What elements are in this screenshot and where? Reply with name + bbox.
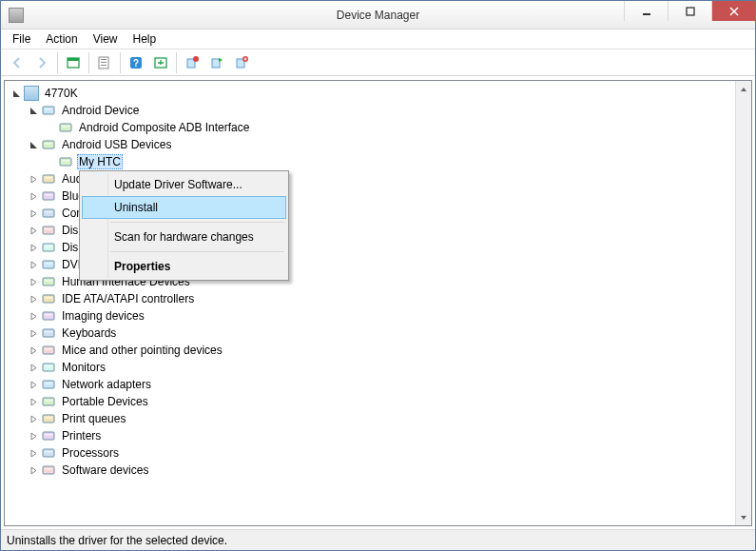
maximize-button[interactable]	[668, 1, 711, 21]
expand-icon[interactable]	[28, 379, 39, 390]
category-icon	[41, 343, 56, 358]
expand-icon[interactable]	[28, 413, 39, 424]
tree-category-label: Keyboards	[60, 326, 118, 340]
svg-rect-44	[43, 346, 54, 354]
menubar: File Action View Help	[1, 30, 755, 49]
tree-device[interactable]: Android Composite ADB Interface	[9, 119, 751, 136]
category-icon	[41, 223, 56, 238]
category-icon	[41, 308, 56, 324]
expand-icon[interactable]	[28, 242, 39, 253]
svg-rect-41	[45, 314, 52, 316]
expand-icon[interactable]	[28, 259, 39, 270]
expand-icon[interactable]	[10, 88, 22, 99]
svg-rect-19	[62, 126, 69, 128]
expand-icon[interactable]	[28, 173, 39, 185]
tree-category[interactable]: Software devices	[9, 462, 751, 479]
category-icon	[41, 188, 56, 204]
scroll-up-button[interactable]	[736, 81, 751, 97]
scroll-down-button[interactable]	[736, 509, 751, 525]
expand-icon[interactable]	[28, 464, 39, 476]
device-tree-pane: 4770KAndroid DeviceAndroid Composite ADB…	[4, 80, 752, 526]
uninstall-icon[interactable]	[181, 51, 204, 74]
tree-category[interactable]: Monitors	[9, 359, 751, 376]
statusbar: Uninstalls the driver for the selected d…	[1, 529, 755, 550]
vertical-scrollbar[interactable]	[735, 81, 751, 525]
collapse-icon[interactable]	[28, 105, 39, 116]
svg-rect-32	[43, 244, 54, 251]
svg-rect-40	[43, 312, 54, 320]
tree-category-label: Android Device	[60, 104, 141, 117]
computer-icon	[24, 86, 39, 101]
expand-icon[interactable]	[28, 430, 39, 442]
back-button[interactable]	[6, 51, 29, 74]
expand-icon[interactable]	[28, 310, 39, 322]
tree-category[interactable]: Android USB Devices	[9, 136, 751, 153]
expand-icon[interactable]	[28, 327, 39, 339]
category-icon	[41, 445, 56, 461]
tree-category[interactable]: Imaging devices	[9, 307, 751, 325]
tree-category[interactable]: Print queues	[9, 410, 751, 427]
device-tree[interactable]: 4770KAndroid DeviceAndroid Composite ADB…	[5, 81, 751, 482]
menu-help[interactable]: Help	[126, 30, 165, 48]
expand-icon[interactable]	[28, 396, 39, 407]
expand-icon[interactable]	[28, 207, 39, 219]
tree-category[interactable]: Network adapters	[9, 376, 751, 393]
svg-rect-35	[45, 263, 52, 265]
minimize-button[interactable]	[624, 1, 668, 21]
svg-rect-24	[43, 175, 54, 183]
svg-rect-20	[43, 141, 54, 148]
menu-view[interactable]: View	[86, 30, 126, 48]
expand-icon[interactable]	[28, 225, 39, 236]
update-driver-icon[interactable]	[149, 51, 172, 74]
svg-rect-55	[45, 434, 52, 436]
show-hidden-icon[interactable]	[62, 51, 85, 74]
scan-hardware-icon[interactable]	[205, 51, 228, 74]
collapse-icon[interactable]	[28, 139, 39, 150]
add-legacy-icon[interactable]	[230, 51, 253, 74]
tree-device[interactable]: My HTC	[9, 153, 751, 170]
tree-category-label: IDE ATA/ATAPI controllers	[60, 292, 196, 305]
expand-icon[interactable]	[28, 447, 39, 459]
category-icon	[41, 462, 56, 478]
svg-rect-1	[687, 8, 694, 15]
spacer	[45, 122, 56, 133]
scroll-track[interactable]	[736, 97, 751, 509]
statusbar-text: Uninstalls the driver for the selected d…	[7, 534, 227, 547]
svg-rect-17	[45, 108, 52, 110]
context-menu-item[interactable]: Update Driver Software...	[82, 173, 286, 196]
menu-file[interactable]: File	[5, 30, 38, 48]
category-icon	[41, 377, 56, 392]
menu-action[interactable]: Action	[38, 30, 85, 48]
expand-icon[interactable]	[28, 362, 39, 373]
tree-category[interactable]: Mice and other pointing devices	[9, 342, 751, 359]
svg-rect-27	[45, 194, 52, 196]
context-menu-item[interactable]: Uninstall	[82, 196, 286, 219]
expand-icon[interactable]	[28, 344, 39, 356]
tree-category-label: Monitors	[60, 361, 107, 374]
context-menu-item[interactable]: Scan for hardware changes	[82, 226, 286, 248]
svg-rect-26	[43, 192, 54, 200]
tree-category-label: Print queues	[60, 412, 127, 425]
tree-device-label: My HTC	[77, 154, 123, 169]
close-button[interactable]	[711, 1, 755, 21]
tree-category[interactable]: Keyboards	[9, 325, 751, 342]
context-menu-item[interactable]: Properties	[82, 255, 286, 278]
tree-category[interactable]: IDE ATA/ATAPI controllers	[9, 290, 751, 307]
svg-rect-45	[45, 348, 52, 350]
category-icon	[41, 394, 56, 409]
tree-root[interactable]: 4770K	[9, 85, 751, 102]
properties-icon[interactable]	[93, 51, 116, 74]
tree-category[interactable]: Printers	[9, 427, 751, 444]
tree-category[interactable]: Processors	[9, 444, 751, 462]
help-icon[interactable]: ?	[125, 51, 147, 74]
forward-button[interactable]	[30, 51, 53, 74]
svg-point-12	[193, 56, 199, 62]
tree-category[interactable]: Portable Devices	[9, 393, 751, 410]
svg-rect-59	[45, 468, 52, 470]
context-menu-item-label: Scan for hardware changes	[114, 230, 254, 244]
category-icon	[41, 103, 56, 118]
expand-icon[interactable]	[28, 190, 39, 202]
expand-icon[interactable]	[28, 293, 39, 305]
tree-category[interactable]: Android Device	[9, 102, 751, 119]
expand-icon[interactable]	[28, 276, 39, 287]
